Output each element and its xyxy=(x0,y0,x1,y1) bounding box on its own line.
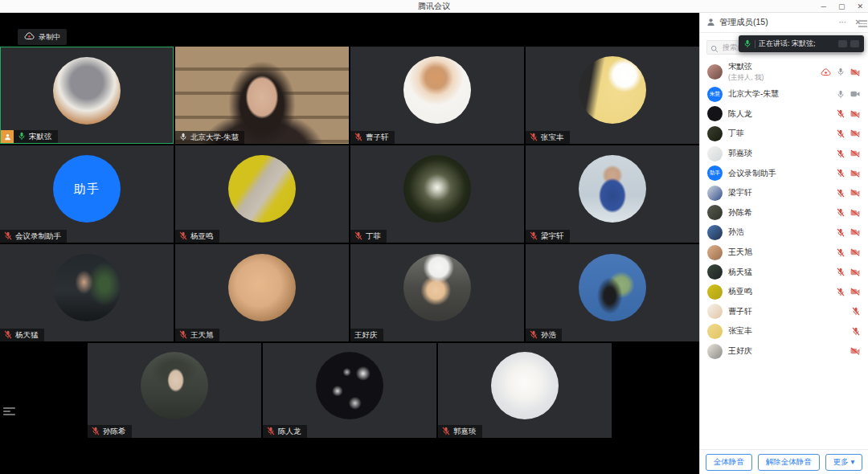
member-role: (主持人, 我) xyxy=(728,73,815,83)
layout-toggle-icon[interactable] xyxy=(3,406,15,416)
video-tile-chen_renlong[interactable]: 陈人龙 xyxy=(263,343,436,438)
video-tile-song_moxian[interactable]: 宋默弦 xyxy=(0,47,174,144)
camera-off-icon[interactable] xyxy=(850,110,860,118)
mic-muted-icon[interactable] xyxy=(837,268,845,276)
avatar xyxy=(707,186,723,201)
mic-muted-icon[interactable] xyxy=(837,228,845,237)
video-tile-wang_haoqing[interactable]: 王好庆 xyxy=(350,244,524,341)
video-tile-guo_jiayan[interactable]: 郭嘉琰 xyxy=(438,343,612,438)
member-row[interactable]: 宋默弦(主持人, 我) xyxy=(700,59,868,84)
more-button[interactable]: 更多 ▾ xyxy=(825,454,862,471)
member-row[interactable]: 孙浩 xyxy=(700,223,868,243)
video-tile-wang_tianxu[interactable]: 王天旭 xyxy=(175,244,349,341)
mic-muted-icon[interactable] xyxy=(837,149,845,158)
member-name: 孙陈希 xyxy=(728,207,831,219)
mic-muted-icon xyxy=(530,130,538,144)
app-window: 腾讯会议 ─▢✕ 录制中 宋默弦北京大学-朱慧曹子轩张宝丰助手会议录制助手杨亚鸣… xyxy=(0,0,868,474)
toast-divider xyxy=(755,40,755,48)
camera-off-icon[interactable] xyxy=(850,228,860,236)
avatar xyxy=(403,254,471,321)
member-row[interactable]: 助手会议录制助手 xyxy=(700,163,868,183)
mic-muted-icon[interactable] xyxy=(837,189,845,198)
participant-label: 宋默弦 xyxy=(14,130,58,143)
member-row[interactable]: 王好庆 xyxy=(700,341,868,362)
member-row[interactable]: 郭嘉琰 xyxy=(700,144,868,164)
member-name: 宋默弦 xyxy=(728,61,815,72)
camera-off-icon[interactable] xyxy=(850,288,860,296)
video-tile-zhu_hui[interactable]: 北京大学-朱慧 xyxy=(175,47,349,144)
mic-muted-icon xyxy=(179,229,187,243)
member-row[interactable]: 陈人龙 xyxy=(700,104,868,125)
panel-collapse-handle[interactable] xyxy=(858,18,867,30)
video-tile-assistant[interactable]: 助手会议录制助手 xyxy=(0,145,174,243)
member-status-icons xyxy=(837,208,860,217)
panel-title: 管理成员(15) xyxy=(719,17,831,28)
member-row[interactable]: 王天旭 xyxy=(700,243,868,263)
search-icon xyxy=(710,42,719,56)
avatar xyxy=(579,155,646,223)
member-row[interactable]: 梁宇轩 xyxy=(700,183,868,203)
avatar: 朱慧 xyxy=(707,87,723,102)
panel-header: 管理成员(15) ⋯✕ xyxy=(700,13,868,33)
member-status-icons xyxy=(837,189,860,198)
mic-muted-icon[interactable] xyxy=(837,208,845,217)
avatar xyxy=(707,126,723,141)
mic-muted-icon[interactable] xyxy=(837,109,845,118)
member-row[interactable]: 张宝丰 xyxy=(700,321,868,341)
camera-off-icon[interactable] xyxy=(850,209,860,217)
member-row[interactable]: 曹子轩 xyxy=(700,302,868,322)
member-name: 王天旭 xyxy=(728,247,831,258)
video-tile-yang_yaming[interactable]: 杨亚鸣 xyxy=(175,145,349,243)
mic-muted-icon[interactable] xyxy=(837,248,845,257)
tile-bottom-bar: 孙陈希 xyxy=(88,425,132,438)
mic-muted-icon[interactable] xyxy=(837,129,845,138)
member-row[interactable]: 朱慧北京大学-朱慧 xyxy=(700,84,868,104)
video-tile-sun_hao[interactable]: 孙浩 xyxy=(526,244,699,341)
video-tile-liang_yuxuan[interactable]: 梁宇轩 xyxy=(526,145,699,243)
member-row[interactable]: 杨天猛 xyxy=(700,262,868,282)
participant-label: 丁菲 xyxy=(350,230,387,243)
avatar xyxy=(707,344,723,359)
video-tile-zhang_baofeng[interactable]: 张宝丰 xyxy=(526,47,699,144)
avatar xyxy=(579,254,646,321)
tile-bottom-bar: 杨亚鸣 xyxy=(175,230,219,243)
close-button[interactable]: ✕ xyxy=(857,0,863,13)
avatar xyxy=(707,225,723,240)
mic-icon[interactable] xyxy=(837,67,845,76)
mic-muted-icon[interactable] xyxy=(837,169,845,178)
cloud-record-icon[interactable] xyxy=(821,68,831,76)
camera-off-icon[interactable] xyxy=(850,129,860,137)
camera-off-icon[interactable] xyxy=(850,347,860,355)
mic-muted-icon[interactable] xyxy=(852,307,860,316)
unmute-all-button[interactable]: 解除全体静音 xyxy=(758,454,820,471)
camera-icon[interactable] xyxy=(850,90,860,98)
camera-off-icon[interactable] xyxy=(850,268,860,276)
participant-name: 陈人龙 xyxy=(278,427,301,437)
camera-off-icon[interactable] xyxy=(850,170,860,178)
tile-bottom-bar: 北京大学-朱慧 xyxy=(175,131,244,144)
mic-icon xyxy=(18,129,26,144)
camera-off-icon[interactable] xyxy=(850,68,860,76)
member-row[interactable]: 孙陈希 xyxy=(700,203,868,223)
restore-button[interactable]: ▢ xyxy=(838,0,845,13)
participant-label: 郭嘉琰 xyxy=(438,425,482,438)
panel-more-icon[interactable]: ⋯ xyxy=(839,18,847,27)
mic-muted-icon[interactable] xyxy=(837,288,845,296)
video-tile-yang_tianmeng[interactable]: 杨天猛 xyxy=(0,244,174,341)
camera-off-icon[interactable] xyxy=(850,189,860,197)
minimize-button[interactable]: ─ xyxy=(821,0,826,13)
member-row[interactable]: 杨亚鸣 xyxy=(700,282,868,302)
camera-off-icon[interactable] xyxy=(850,248,860,256)
member-row[interactable]: 丁菲 xyxy=(700,124,868,144)
panel-header-icons: ⋯✕ xyxy=(831,18,862,27)
video-tile-sun_chenxi[interactable]: 孙陈希 xyxy=(88,343,261,438)
video-tile-cao_zixuan[interactable]: 曹子轩 xyxy=(350,47,524,144)
recording-badge: 录制中 xyxy=(18,29,67,45)
mic-icon[interactable] xyxy=(837,90,845,99)
video-grid: 宋默弦北京大学-朱慧曹子轩张宝丰助手会议录制助手杨亚鸣丁菲梁宇轩杨天猛王天旭王好… xyxy=(0,47,699,439)
mic-muted-icon[interactable] xyxy=(852,327,860,336)
video-tile-ding_fei[interactable]: 丁菲 xyxy=(350,145,524,243)
member-status-icons xyxy=(837,90,860,99)
camera-off-icon[interactable] xyxy=(850,149,860,157)
mute-all-button[interactable]: 全体静音 xyxy=(706,454,752,471)
